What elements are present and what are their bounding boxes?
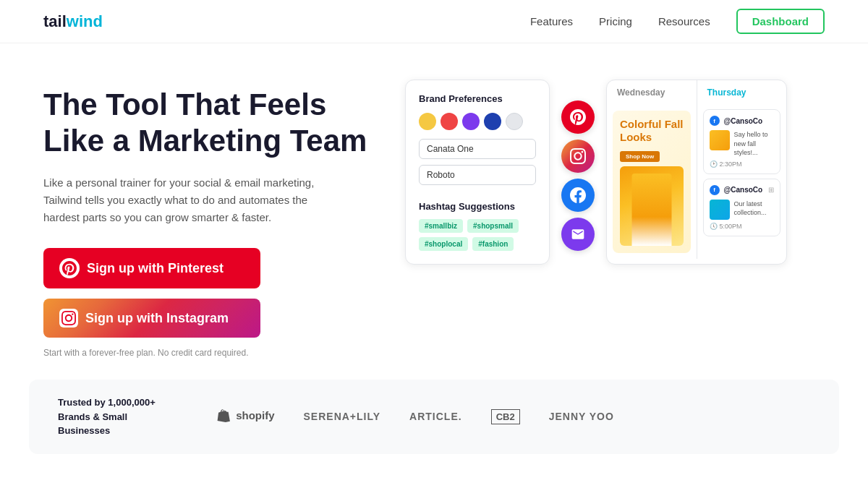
calendar-thursday: Thursday bbox=[697, 80, 787, 105]
cb2-logo: CB2 bbox=[491, 409, 520, 424]
logo-text: tail bbox=[43, 12, 67, 31]
pinterest-social-icon bbox=[561, 100, 595, 134]
svg-rect-0 bbox=[61, 311, 76, 325]
hero-section: The Tool That Feels Like a Marketing Tea… bbox=[0, 43, 868, 358]
calendar-body: Colorful Fall Looks Shop Now f bbox=[607, 105, 786, 259]
swatch-empty bbox=[506, 113, 523, 130]
logo[interactable]: tailwind bbox=[43, 12, 103, 31]
shop-now-button[interactable]: Shop Now bbox=[620, 151, 660, 162]
social-icons-column bbox=[561, 87, 595, 265]
schedule-card-2-body: Our latest collection... bbox=[710, 200, 775, 220]
grid-icon: ⊞ bbox=[768, 186, 774, 194]
hero-description: Like a personal trainer for your social … bbox=[43, 174, 318, 226]
nav-links: Features Pricing Resources Dashboard bbox=[530, 9, 825, 34]
calendar-panel: Wednesday Thursday Colorful Fall Looks S… bbox=[606, 80, 787, 265]
dashboard-button[interactable]: Dashboard bbox=[736, 9, 825, 34]
swatch-red bbox=[441, 113, 458, 130]
hashtag-section: Hashtag Suggestions #smallbiz #shopsmall… bbox=[419, 201, 536, 251]
jenny-yoo-logo: JENNY YOO bbox=[549, 411, 614, 422]
calendar-wednesday: Wednesday bbox=[607, 80, 697, 105]
swatch-yellow bbox=[419, 113, 436, 130]
clock-icon-2: 🕔 bbox=[710, 223, 718, 230]
pinterest-btn-label: Sign up with Pinterest bbox=[87, 261, 224, 276]
schedule-card-1: f @CansoCo Say hello to new fall styles!… bbox=[703, 109, 781, 174]
hashtag-shoplocal: #shoplocal bbox=[419, 237, 468, 251]
instagram-btn-label: Sign up with Instagram bbox=[85, 311, 229, 326]
hero-left: The Tool That Feels Like a Marketing Tea… bbox=[43, 87, 376, 358]
swatch-purple bbox=[462, 113, 480, 130]
schedule-card-1-header: f @CansoCo bbox=[710, 116, 775, 126]
schedule-card-2-header: f @CansoCo ⊞ bbox=[710, 185, 775, 195]
clock-icon-1: 🕑 bbox=[710, 160, 718, 168]
email-social-icon bbox=[561, 218, 595, 251]
brand-panel: Brand Preferences Canata One Roboto Hash… bbox=[405, 80, 550, 265]
hashtag-title: Hashtag Suggestions bbox=[419, 201, 536, 212]
product-title: Colorful Fall Looks bbox=[620, 118, 684, 144]
schedule-time-2: 🕔 5:00PM bbox=[710, 223, 775, 230]
hashtag-shopsmall: #shopsmall bbox=[467, 219, 519, 233]
font-primary-input[interactable]: Canata One bbox=[419, 139, 536, 159]
trust-text: Trusted by 1,000,000+ Brands & Small Bus… bbox=[58, 395, 174, 438]
nav-features[interactable]: Features bbox=[530, 15, 573, 27]
schedule-card-1-body: Say hello to new fall styles!... bbox=[710, 130, 775, 158]
instagram-icon bbox=[59, 309, 78, 328]
thumbnail-1 bbox=[710, 130, 730, 150]
footer-trust-bar: Trusted by 1,000,000+ Brands & Small Bus… bbox=[29, 380, 839, 454]
nav-resources[interactable]: Resources bbox=[658, 15, 710, 27]
thursday-column: f @CansoCo Say hello to new fall styles!… bbox=[697, 105, 787, 259]
thumbnail-2 bbox=[710, 200, 730, 220]
color-swatches bbox=[419, 113, 536, 130]
font-secondary-input[interactable]: Roboto bbox=[419, 165, 536, 185]
schedule-time-1: 🕑 2:30PM bbox=[710, 160, 775, 168]
product-image bbox=[620, 166, 684, 246]
hero-title: The Tool That Feels Like a Marketing Tea… bbox=[43, 87, 376, 158]
canso-icon-1: f bbox=[710, 116, 720, 126]
nav-pricing[interactable]: Pricing bbox=[599, 15, 632, 27]
signup-pinterest-button[interactable]: Sign up with Pinterest bbox=[43, 248, 260, 288]
hero-mockup: Brand Preferences Canata One Roboto Hash… bbox=[405, 80, 825, 265]
pinterest-icon bbox=[59, 258, 80, 278]
card-text-1: Say hello to new fall styles!... bbox=[734, 130, 775, 158]
handle-2: @CansoCo bbox=[724, 186, 765, 194]
hashtag-smallbiz: #smallbiz bbox=[419, 219, 463, 233]
forever-free-text: Start with a forever-free plan. No credi… bbox=[43, 348, 376, 358]
signup-instagram-button[interactable]: Sign up with Instagram bbox=[43, 299, 260, 338]
handle-1: @CansoCo bbox=[724, 117, 775, 125]
wednesday-column: Colorful Fall Looks Shop Now bbox=[607, 105, 697, 259]
brand-panel-title: Brand Preferences bbox=[419, 93, 536, 104]
calendar-header: Wednesday Thursday bbox=[607, 80, 786, 105]
article-logo: ARTICLE. bbox=[409, 411, 462, 422]
logo-wind: wind bbox=[67, 12, 103, 31]
schedule-card-2: f @CansoCo ⊞ Our latest collection... 🕔 … bbox=[703, 179, 781, 236]
swatch-blue bbox=[484, 113, 501, 130]
card-text-2: Our latest collection... bbox=[734, 200, 775, 218]
person-figure bbox=[631, 174, 671, 246]
hashtag-fashion: #fashion bbox=[472, 237, 514, 251]
shopify-logo: shopify bbox=[217, 409, 275, 424]
serena-lily-logo: SERENA+LILY bbox=[304, 411, 381, 422]
instagram-social-icon bbox=[561, 140, 595, 173]
partner-logos: shopify SERENA+LILY ARTICLE. CB2 JENNY Y… bbox=[217, 409, 614, 424]
canso-icon-2: f bbox=[710, 185, 720, 195]
product-card: Colorful Fall Looks Shop Now bbox=[613, 111, 691, 253]
facebook-social-icon bbox=[561, 179, 595, 212]
hashtag-grid: #smallbiz #shopsmall #shoplocal #fashion bbox=[419, 219, 536, 251]
